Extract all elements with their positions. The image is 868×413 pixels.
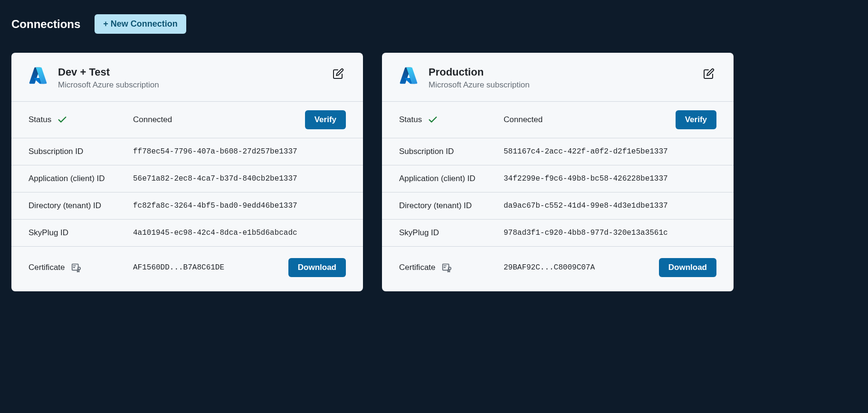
status-label: Status [29,115,133,125]
verify-button[interactable]: Verify [676,110,716,129]
directory-value: fc82fa8c-3264-4bf5-bad0-9edd46be1337 [133,202,346,210]
connection-subtitle: Microsoft Azure subscription [429,80,701,90]
skyplug-row: SkyPlug ID 4a101945-ec98-42c4-8dca-e1b5d… [11,220,363,247]
application-label: Application (client) ID [29,174,133,183]
page-header: Connections + New Connection [11,14,857,34]
card-header: Dev + Test Microsoft Azure subscription [11,53,363,102]
subscription-label: Subscription ID [399,147,504,156]
new-connection-button[interactable]: + New Connection [95,14,186,34]
certificate-row: Certificate AF1560DD...B7A8C61DE Downloa… [11,247,363,291]
directory-row: Directory (tenant) ID fc82fa8c-3264-4bf5… [11,192,363,220]
svg-rect-0 [72,264,78,270]
azure-icon [399,66,418,85]
skyplug-row: SkyPlug ID 978ad3f1-c920-4bb8-977d-320e1… [382,220,734,247]
certificate-label-text: Certificate [399,263,436,272]
azure-icon [29,66,48,85]
svg-rect-4 [442,264,448,270]
status-row: Status Connected Verify [11,102,363,138]
certificate-value: AF1560DD...B7A8C61DE [133,263,288,272]
certificate-label-text: Certificate [29,263,65,272]
check-icon [428,115,438,125]
connections-list: Dev + Test Microsoft Azure subscription … [11,53,857,291]
certificate-label: Certificate [399,262,504,273]
application-row: Application (client) ID 56e71a82-2ec8-4c… [11,165,363,192]
subscription-value: ff78ec54-7796-407a-b608-27d257be1337 [133,147,346,156]
connection-card: Production Microsoft Azure subscription … [382,53,734,291]
connection-card: Dev + Test Microsoft Azure subscription … [11,53,363,291]
status-value: Connected [133,115,305,125]
verify-button[interactable]: Verify [305,110,346,129]
skyplug-label: SkyPlug ID [399,228,504,238]
download-button[interactable]: Download [288,258,346,277]
application-row: Application (client) ID 34f2299e-f9c6-49… [382,165,734,192]
connection-subtitle: Microsoft Azure subscription [58,80,331,90]
card-header-text: Dev + Test Microsoft Azure subscription [58,66,331,90]
edit-icon [703,68,715,79]
edit-button[interactable] [331,66,346,83]
application-label: Application (client) ID [399,174,504,183]
connection-title: Production [429,66,701,78]
status-label-text: Status [399,115,422,125]
directory-value: da9ac67b-c552-41d4-99e8-4d3e1dbe1337 [504,202,716,210]
status-row: Status Connected Verify [382,102,734,138]
skyplug-label: SkyPlug ID [29,228,133,238]
subscription-row: Subscription ID ff78ec54-7796-407a-b608-… [11,138,363,165]
directory-row: Directory (tenant) ID da9ac67b-c552-41d4… [382,192,734,220]
check-icon [57,115,67,125]
status-label-text: Status [29,115,51,125]
certificate-icon [71,262,81,273]
edit-button[interactable] [701,66,716,83]
skyplug-value: 4a101945-ec98-42c4-8dca-e1b5d6abcadc [133,229,346,237]
card-header: Production Microsoft Azure subscription [382,53,734,102]
status-label: Status [399,115,504,125]
subscription-value: 581167c4-2acc-422f-a0f2-d2f1e5be1337 [504,147,716,156]
directory-label: Directory (tenant) ID [399,201,504,211]
edit-icon [333,68,344,79]
card-header-text: Production Microsoft Azure subscription [429,66,701,90]
certificate-row: Certificate 29BAF92C...C8009C07A Downloa… [382,247,734,291]
certificate-icon [441,262,452,273]
application-value: 56e71a82-2ec8-4ca7-b37d-840cb2be1337 [133,174,346,183]
connection-title: Dev + Test [58,66,331,78]
download-button[interactable]: Download [659,258,716,277]
page-title: Connections [11,18,80,31]
directory-label: Directory (tenant) ID [29,201,133,211]
certificate-label: Certificate [29,262,133,273]
subscription-label: Subscription ID [29,147,133,156]
certificate-value: 29BAF92C...C8009C07A [504,263,659,272]
subscription-row: Subscription ID 581167c4-2acc-422f-a0f2-… [382,138,734,165]
skyplug-value: 978ad3f1-c920-4bb8-977d-320e13a3561c [504,229,716,237]
application-value: 34f2299e-f9c6-49b8-bc58-426228be1337 [504,174,716,183]
status-value: Connected [504,115,676,125]
